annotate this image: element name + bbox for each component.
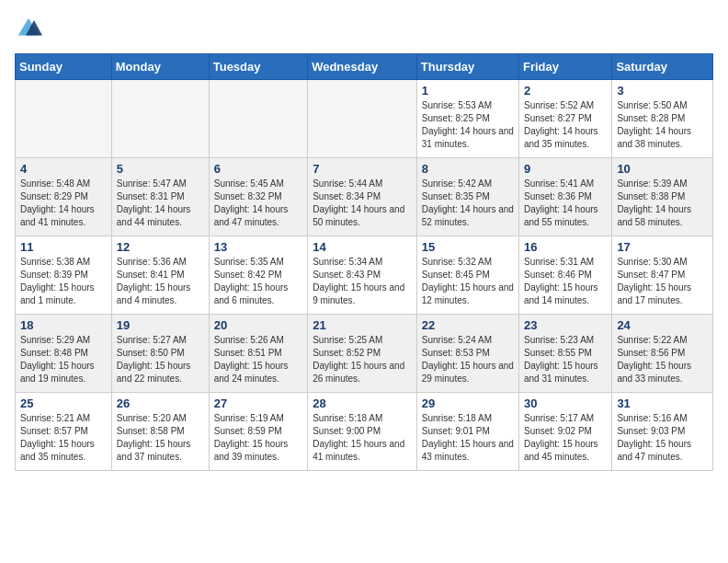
day-number: 24 bbox=[617, 318, 708, 332]
calendar-cell: 31Sunrise: 5:16 AMSunset: 9:03 PMDayligh… bbox=[612, 393, 713, 471]
day-number: 28 bbox=[313, 396, 412, 410]
calendar-cell bbox=[209, 80, 307, 158]
cell-content: Sunrise: 5:22 AMSunset: 8:56 PMDaylight:… bbox=[617, 334, 708, 385]
calendar-cell: 17Sunrise: 5:30 AMSunset: 8:47 PMDayligh… bbox=[612, 236, 713, 315]
day-number: 5 bbox=[117, 162, 204, 176]
day-number: 26 bbox=[117, 396, 204, 410]
day-number: 8 bbox=[422, 162, 514, 176]
cell-content: Sunrise: 5:21 AMSunset: 8:57 PMDaylight:… bbox=[20, 412, 107, 464]
calendar-cell: 18Sunrise: 5:29 AMSunset: 8:48 PMDayligh… bbox=[16, 315, 112, 393]
calendar-cell: 13Sunrise: 5:35 AMSunset: 8:42 PMDayligh… bbox=[209, 236, 307, 315]
day-number: 15 bbox=[422, 240, 514, 254]
day-number: 22 bbox=[422, 318, 514, 332]
day-number: 1 bbox=[422, 84, 514, 98]
calendar-cell: 23Sunrise: 5:23 AMSunset: 8:55 PMDayligh… bbox=[518, 315, 611, 393]
calendar-cell: 20Sunrise: 5:26 AMSunset: 8:51 PMDayligh… bbox=[209, 315, 307, 393]
week-row-1: 1Sunrise: 5:53 AMSunset: 8:25 PMDaylight… bbox=[16, 80, 713, 158]
day-number: 25 bbox=[20, 396, 107, 410]
day-header-thursday: Thursday bbox=[416, 54, 518, 80]
calendar-cell: 4Sunrise: 5:48 AMSunset: 8:29 PMDaylight… bbox=[16, 158, 112, 236]
header-row: SundayMondayTuesdayWednesdayThursdayFrid… bbox=[16, 54, 713, 80]
calendar-cell: 7Sunrise: 5:44 AMSunset: 8:34 PMDaylight… bbox=[308, 158, 417, 236]
cell-content: Sunrise: 5:20 AMSunset: 8:58 PMDaylight:… bbox=[117, 412, 204, 464]
calendar-cell: 27Sunrise: 5:19 AMSunset: 8:59 PMDayligh… bbox=[209, 393, 307, 471]
cell-content: Sunrise: 5:32 AMSunset: 8:45 PMDaylight:… bbox=[422, 256, 514, 307]
calendar-cell: 25Sunrise: 5:21 AMSunset: 8:57 PMDayligh… bbox=[16, 393, 112, 471]
calendar-cell: 21Sunrise: 5:25 AMSunset: 8:52 PMDayligh… bbox=[308, 315, 417, 393]
calendar-cell: 11Sunrise: 5:38 AMSunset: 8:39 PMDayligh… bbox=[16, 236, 112, 315]
day-number: 30 bbox=[524, 396, 607, 410]
calendar-cell bbox=[16, 80, 112, 158]
day-number: 7 bbox=[313, 162, 412, 176]
cell-content: Sunrise: 5:30 AMSunset: 8:47 PMDaylight:… bbox=[617, 256, 708, 307]
calendar-cell: 2Sunrise: 5:52 AMSunset: 8:27 PMDaylight… bbox=[518, 80, 611, 158]
calendar-cell: 29Sunrise: 5:18 AMSunset: 9:01 PMDayligh… bbox=[416, 393, 518, 471]
calendar-cell: 10Sunrise: 5:39 AMSunset: 8:38 PMDayligh… bbox=[612, 158, 713, 236]
calendar-cell: 12Sunrise: 5:36 AMSunset: 8:41 PMDayligh… bbox=[111, 236, 209, 315]
cell-content: Sunrise: 5:25 AMSunset: 8:52 PMDaylight:… bbox=[313, 334, 412, 385]
calendar-cell: 28Sunrise: 5:18 AMSunset: 9:00 PMDayligh… bbox=[308, 393, 417, 471]
cell-content: Sunrise: 5:52 AMSunset: 8:27 PMDaylight:… bbox=[524, 99, 607, 151]
day-number: 13 bbox=[214, 240, 302, 254]
header bbox=[15, 15, 713, 42]
cell-content: Sunrise: 5:35 AMSunset: 8:42 PMDaylight:… bbox=[214, 256, 302, 307]
week-row-3: 11Sunrise: 5:38 AMSunset: 8:39 PMDayligh… bbox=[16, 236, 713, 315]
day-number: 17 bbox=[617, 240, 708, 254]
day-header-saturday: Saturday bbox=[612, 54, 713, 80]
cell-content: Sunrise: 5:38 AMSunset: 8:39 PMDaylight:… bbox=[20, 256, 107, 307]
calendar-cell bbox=[308, 80, 417, 158]
day-number: 11 bbox=[20, 240, 107, 254]
cell-content: Sunrise: 5:18 AMSunset: 9:00 PMDaylight:… bbox=[313, 412, 412, 464]
cell-content: Sunrise: 5:50 AMSunset: 8:28 PMDaylight:… bbox=[617, 99, 708, 151]
day-header-tuesday: Tuesday bbox=[209, 54, 307, 80]
calendar-cell: 16Sunrise: 5:31 AMSunset: 8:46 PMDayligh… bbox=[518, 236, 611, 315]
day-number: 19 bbox=[117, 318, 204, 332]
calendar-cell: 22Sunrise: 5:24 AMSunset: 8:53 PMDayligh… bbox=[416, 315, 518, 393]
calendar-cell: 9Sunrise: 5:41 AMSunset: 8:36 PMDaylight… bbox=[518, 158, 611, 236]
cell-content: Sunrise: 5:23 AMSunset: 8:55 PMDaylight:… bbox=[524, 334, 607, 385]
day-number: 10 bbox=[617, 162, 708, 176]
day-number: 2 bbox=[524, 84, 607, 98]
calendar-cell: 6Sunrise: 5:45 AMSunset: 8:32 PMDaylight… bbox=[209, 158, 307, 236]
logo-icon bbox=[15, 15, 42, 42]
day-header-wednesday: Wednesday bbox=[308, 54, 417, 80]
day-header-friday: Friday bbox=[518, 54, 611, 80]
day-number: 14 bbox=[313, 240, 412, 254]
week-row-4: 18Sunrise: 5:29 AMSunset: 8:48 PMDayligh… bbox=[16, 315, 713, 393]
cell-content: Sunrise: 5:34 AMSunset: 8:43 PMDaylight:… bbox=[313, 256, 412, 307]
cell-content: Sunrise: 5:44 AMSunset: 8:34 PMDaylight:… bbox=[313, 178, 412, 229]
cell-content: Sunrise: 5:53 AMSunset: 8:25 PMDaylight:… bbox=[422, 99, 514, 151]
logo bbox=[15, 15, 46, 42]
day-number: 18 bbox=[20, 318, 107, 332]
day-number: 3 bbox=[617, 84, 708, 98]
cell-content: Sunrise: 5:18 AMSunset: 9:01 PMDaylight:… bbox=[422, 412, 514, 464]
calendar-table: SundayMondayTuesdayWednesdayThursdayFrid… bbox=[15, 53, 713, 471]
cell-content: Sunrise: 5:24 AMSunset: 8:53 PMDaylight:… bbox=[422, 334, 514, 385]
day-number: 9 bbox=[524, 162, 607, 176]
cell-content: Sunrise: 5:36 AMSunset: 8:41 PMDaylight:… bbox=[117, 256, 204, 307]
calendar-cell: 1Sunrise: 5:53 AMSunset: 8:25 PMDaylight… bbox=[416, 80, 518, 158]
day-number: 12 bbox=[117, 240, 204, 254]
cell-content: Sunrise: 5:27 AMSunset: 8:50 PMDaylight:… bbox=[117, 334, 204, 385]
day-number: 6 bbox=[214, 162, 302, 176]
calendar-cell: 8Sunrise: 5:42 AMSunset: 8:35 PMDaylight… bbox=[416, 158, 518, 236]
calendar-cell: 3Sunrise: 5:50 AMSunset: 8:28 PMDaylight… bbox=[612, 80, 713, 158]
day-header-monday: Monday bbox=[111, 54, 209, 80]
cell-content: Sunrise: 5:47 AMSunset: 8:31 PMDaylight:… bbox=[117, 178, 204, 229]
day-number: 23 bbox=[524, 318, 607, 332]
calendar-cell: 19Sunrise: 5:27 AMSunset: 8:50 PMDayligh… bbox=[111, 315, 209, 393]
cell-content: Sunrise: 5:17 AMSunset: 9:02 PMDaylight:… bbox=[524, 412, 607, 464]
calendar-cell: 26Sunrise: 5:20 AMSunset: 8:58 PMDayligh… bbox=[111, 393, 209, 471]
day-number: 29 bbox=[422, 396, 514, 410]
cell-content: Sunrise: 5:45 AMSunset: 8:32 PMDaylight:… bbox=[214, 178, 302, 229]
day-number: 4 bbox=[20, 162, 107, 176]
calendar-cell: 5Sunrise: 5:47 AMSunset: 8:31 PMDaylight… bbox=[111, 158, 209, 236]
cell-content: Sunrise: 5:29 AMSunset: 8:48 PMDaylight:… bbox=[20, 334, 107, 385]
day-number: 31 bbox=[617, 396, 708, 410]
calendar-cell: 24Sunrise: 5:22 AMSunset: 8:56 PMDayligh… bbox=[612, 315, 713, 393]
week-row-5: 25Sunrise: 5:21 AMSunset: 8:57 PMDayligh… bbox=[16, 393, 713, 471]
cell-content: Sunrise: 5:42 AMSunset: 8:35 PMDaylight:… bbox=[422, 178, 514, 229]
calendar-cell: 30Sunrise: 5:17 AMSunset: 9:02 PMDayligh… bbox=[518, 393, 611, 471]
day-header-sunday: Sunday bbox=[16, 54, 112, 80]
week-row-2: 4Sunrise: 5:48 AMSunset: 8:29 PMDaylight… bbox=[16, 158, 713, 236]
